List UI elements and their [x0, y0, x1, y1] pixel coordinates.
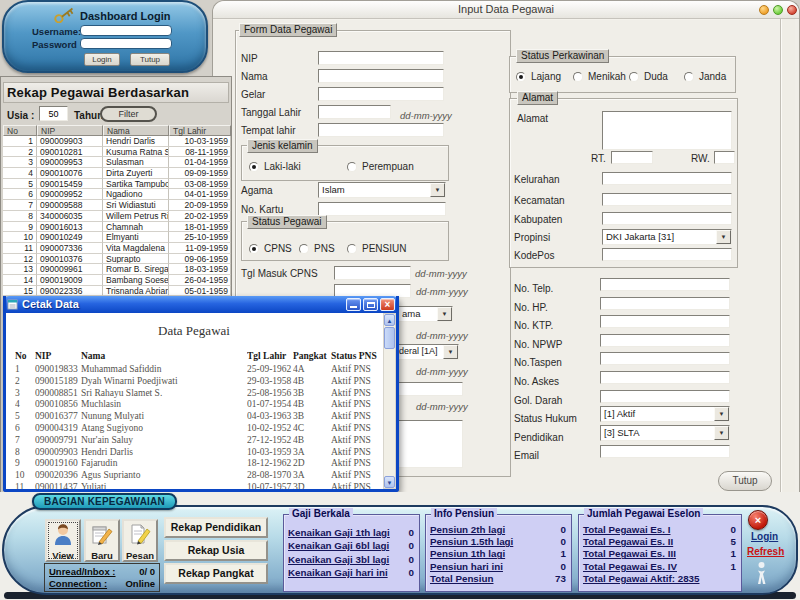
table-row[interactable]: 3 090009953 Sulasman 01-04-1959 [3, 157, 231, 168]
dropdown-arrow-icon[interactable]: ▼ [430, 183, 445, 197]
stat-link[interactable]: Total Pegawai Aktif: 2835 [583, 573, 700, 585]
pesan-button[interactable]: Pesan [122, 519, 158, 562]
scroll-down-icon[interactable]: ▼ [384, 476, 395, 488]
usia-input[interactable] [39, 106, 68, 121]
askes-input[interactable] [600, 371, 730, 384]
radio-pns[interactable]: PNS [299, 239, 335, 257]
stat-link[interactable]: Pensiun 2th lagi [430, 524, 505, 536]
telp-input[interactable] [600, 278, 730, 291]
stat-link[interactable]: Pensiun hari ini [430, 561, 503, 573]
stat-link[interactable]: Total Pegawai Es. IV [583, 561, 677, 573]
radio-menikah[interactable]: Menikah [573, 67, 626, 85]
radio-icon[interactable] [516, 72, 526, 82]
close-bar-button[interactable]: × [748, 510, 768, 530]
column-header-tgl[interactable]: Tgl Lahir [169, 125, 231, 136]
scrollbar-thumb[interactable] [384, 327, 395, 349]
propinsi-select[interactable]: DKI Jakarta [31] ▼ [602, 229, 732, 245]
kelurahan-input[interactable] [602, 172, 732, 185]
minimize-button[interactable] [346, 298, 361, 311]
tgl-masuk-cpns-input[interactable] [334, 266, 411, 280]
stat-link[interactable]: Total Pensiun [430, 573, 494, 585]
no-kartu-input[interactable] [318, 202, 446, 216]
dropdown-arrow-icon[interactable]: ▼ [714, 426, 729, 440]
stat-link[interactable]: Pensiun 1th lagi [430, 548, 505, 560]
radio-pensiun[interactable]: PENSIUN [347, 239, 406, 257]
hp-input[interactable] [600, 297, 730, 310]
table-row[interactable]: 13 090009961 Romar B. Siregar 18-03-1959 [3, 264, 231, 275]
login-link[interactable]: Login [751, 531, 778, 542]
column-header-nip[interactable]: NIP [37, 125, 103, 136]
rt-input[interactable] [611, 151, 653, 164]
table-row[interactable]: 1 090009903 Hendri Darlis 10-03-1959 [3, 136, 231, 147]
stat-link[interactable]: Total Pegawai Es. I [583, 524, 670, 536]
kecamatan-input[interactable] [602, 193, 732, 206]
login-button[interactable]: Login [84, 53, 120, 66]
radio-icon[interactable] [299, 244, 309, 254]
table-row[interactable]: 14 090019009 Bambang Soesetyo Hadi 26-04… [3, 275, 231, 286]
nip-input[interactable] [318, 51, 444, 65]
maximize-button[interactable] [363, 298, 378, 311]
table-row[interactable]: 6 090009952 Ngadiono 04-01-1959 [3, 189, 231, 200]
table-row[interactable]: 7 090009588 Sri Widiastuti 20-09-1959 [3, 200, 231, 211]
radio-cpns[interactable]: CPNS [249, 239, 292, 257]
table-row[interactable]: 5 090015459 Sartika Tampubolon 03-08-195… [3, 179, 231, 190]
filter-button[interactable]: Filter [100, 106, 157, 122]
rw-input[interactable] [714, 151, 735, 164]
nama-input[interactable] [318, 69, 444, 83]
dropdown-arrow-icon[interactable]: ▼ [714, 407, 729, 421]
scroll-up-icon[interactable]: ▲ [384, 314, 395, 326]
pendidikan-select[interactable]: [3] SLTA▼ [600, 425, 730, 441]
radio-icon[interactable] [684, 72, 694, 82]
kodepos-input[interactable] [602, 248, 732, 261]
tutup-button[interactable]: Tutup [718, 471, 772, 491]
rekap-pendidikan-button[interactable]: Rekap Pendidikan [164, 517, 268, 538]
stat-link[interactable]: Kenaikan Gaji hari ini [288, 566, 388, 579]
radio-icon[interactable] [629, 72, 639, 82]
email-input[interactable] [600, 445, 730, 458]
dropdown-arrow-icon[interactable]: ▼ [716, 230, 731, 244]
table-row[interactable]: 8 340006035 Willem Petrus Riwu 20-02-195… [3, 211, 231, 222]
radio-laki-laki[interactable]: Laki-laki [249, 157, 301, 175]
refresh-link[interactable]: Refresh [747, 546, 784, 557]
radio-icon[interactable] [249, 244, 259, 254]
table-row[interactable]: 15 090022336 Trisnanda Abriani 05-01-195… [3, 286, 231, 297]
table-row[interactable]: 11 090007336 Vita Magdalena 11-09-1959 [3, 243, 231, 254]
username-input[interactable] [80, 25, 172, 36]
status-hukum-select[interactable]: [1] Aktif▼ [600, 406, 730, 422]
column-header-nama[interactable]: Nama [103, 125, 169, 136]
stat-link[interactable]: Kenaikan Gaji 6bl lagi [288, 539, 389, 552]
radio-icon[interactable] [347, 244, 357, 254]
table-row[interactable]: 4 090010076 Dirta Zuyerti 09-09-1959 [3, 168, 231, 179]
table-row[interactable]: 12 090010376 Suprapto 09-06-1959 [3, 254, 231, 265]
radio-lajang[interactable]: Lajang [516, 67, 561, 85]
stat-link[interactable]: Total Pegawai Es. II [583, 536, 673, 548]
agama-select[interactable]: Islam ▼ [318, 182, 446, 198]
radio-icon[interactable] [347, 162, 357, 172]
radio-janda[interactable]: Janda [684, 67, 726, 85]
stat-link[interactable]: Total Pegawai Es. III [583, 548, 676, 560]
taspen-input[interactable] [600, 352, 730, 365]
radio-perempuan[interactable]: Perempuan [347, 157, 414, 175]
table-row[interactable]: 9 090016013 Chamnah 18-01-1959 [3, 222, 231, 233]
minimize-button[interactable] [759, 5, 769, 15]
stat-link[interactable]: Kenaikan Gaji 3bl lagi [288, 553, 389, 566]
password-input[interactable] [80, 38, 172, 49]
radio-icon[interactable] [573, 72, 583, 82]
kabupaten-input[interactable] [602, 212, 732, 225]
maximize-button[interactable] [773, 5, 783, 15]
dropdown-arrow-icon[interactable]: ▼ [443, 345, 458, 359]
titlebar[interactable]: Input Data Pegawai [213, 1, 799, 19]
view-button[interactable]: View [45, 519, 81, 562]
baru-button[interactable]: Baru [84, 519, 120, 562]
gol-darah-input[interactable] [600, 390, 730, 403]
tanggal-lahir-input[interactable] [318, 105, 391, 119]
titlebar[interactable]: Cetak Data × [3, 296, 399, 313]
radio-icon[interactable] [249, 162, 259, 172]
tutup-button[interactable]: Tutup [130, 53, 170, 66]
npwp-input[interactable] [600, 334, 730, 347]
alamat-input[interactable] [602, 111, 732, 150]
close-button[interactable] [787, 5, 797, 15]
close-button[interactable]: × [380, 298, 395, 311]
table-row[interactable]: 10 090010249 Elmyanti 25-10-1959 [3, 232, 231, 243]
column-header-no[interactable]: No [3, 125, 37, 136]
